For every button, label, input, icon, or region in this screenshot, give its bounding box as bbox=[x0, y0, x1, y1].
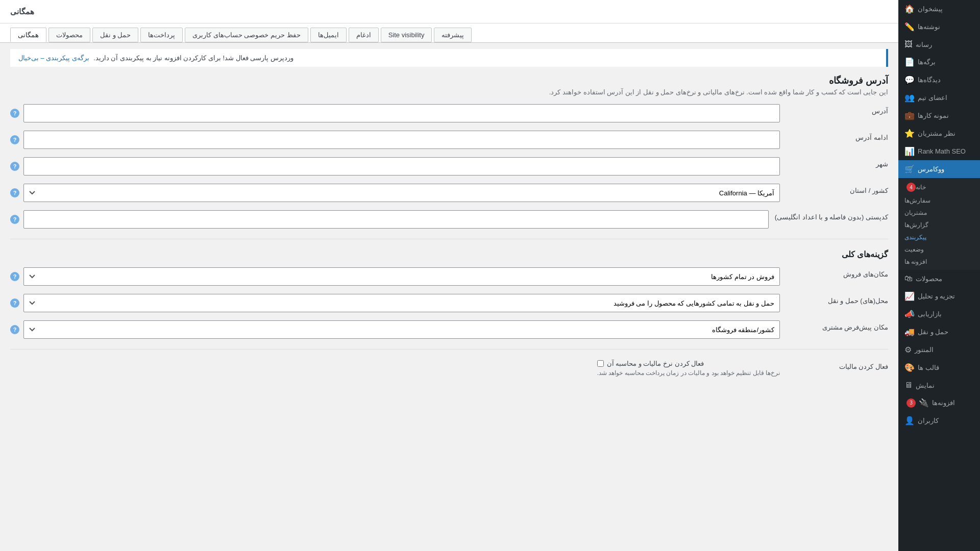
users-icon: 👤 bbox=[904, 416, 915, 425]
address1-help-icon[interactable]: ? bbox=[10, 109, 19, 118]
city-row: شهر ? bbox=[10, 157, 888, 176]
section-divider-1 bbox=[10, 239, 888, 239]
sidebar-item-display[interactable]: نمایش 🖥 bbox=[898, 377, 980, 394]
shipping-locations-help-icon[interactable]: ? bbox=[10, 298, 19, 308]
tab-visibility[interactable]: Site visibility bbox=[381, 28, 432, 42]
marketing-icon: 📣 bbox=[904, 309, 915, 319]
postcode-help-icon[interactable]: ? bbox=[10, 215, 19, 224]
sidebar-item-comments[interactable]: دیدگاه‌ها 💬 bbox=[898, 71, 980, 89]
default-customer-select[interactable]: کشور/منطقه فروشگاه bbox=[23, 320, 780, 339]
dashboard-icon: 🏠 bbox=[904, 4, 915, 14]
notice-link[interactable]: برگه‌ی پیکربندی – بی‌خیال bbox=[18, 54, 89, 62]
default-customer-help-icon[interactable]: ? bbox=[10, 325, 19, 334]
sell-locations-field-wrap: فروش در تمام کشورها ? bbox=[10, 267, 780, 286]
sidebar: پیشخوان 🏠 نوشته‌ها ✏️ رسانه 🖼 برگه‌ها 📄 … bbox=[898, 0, 980, 551]
team-icon: 👥 bbox=[904, 93, 915, 103]
plugins-badge: 3 bbox=[906, 398, 916, 408]
sidebar-sub-coupon[interactable]: پیکربندی bbox=[898, 231, 980, 243]
city-input[interactable] bbox=[23, 157, 780, 176]
tab-emails[interactable]: ایمیل‌ها bbox=[310, 28, 347, 42]
sidebar-item-dashboard[interactable]: پیشخوان 🏠 bbox=[898, 0, 980, 18]
sidebar-item-label: نوشته‌ها bbox=[918, 23, 940, 31]
tax-section: فعال کردن مالیات فعال کردن نرخ مالیات و … bbox=[10, 360, 888, 377]
sidebar-item-rankseo[interactable]: Rank Math SEO 📊 bbox=[898, 142, 980, 160]
tab-general[interactable]: همگانی bbox=[10, 28, 46, 42]
sidebar-item-plugins[interactable]: افزونه‌ها 🔌 3 bbox=[898, 394, 980, 412]
sell-locations-select[interactable]: فروش در تمام کشورها bbox=[23, 267, 780, 286]
postcode-input[interactable] bbox=[23, 210, 769, 229]
sidebar-item-samples[interactable]: نمونه کارها 💼 bbox=[898, 107, 980, 124]
sidebar-item-label: نمونه کارها bbox=[918, 112, 949, 119]
sidebar-item-label: قالب ها bbox=[918, 364, 939, 371]
country-select[interactable]: آمریکا — California bbox=[23, 184, 780, 202]
customers-icon: ⭐ bbox=[904, 129, 915, 138]
address2-label: ادامه آدرس bbox=[786, 131, 888, 141]
sidebar-item-pages[interactable]: برگه‌ها 📄 bbox=[898, 53, 980, 71]
sidebar-item-monitor[interactable]: المنتور ⚙ bbox=[898, 341, 980, 359]
sidebar-item-label: ووکامرس bbox=[918, 165, 944, 173]
address2-help-icon[interactable]: ? bbox=[10, 135, 19, 144]
posts-icon: ✏️ bbox=[904, 22, 915, 32]
tax-checkbox[interactable] bbox=[597, 360, 604, 367]
sidebar-item-analytics[interactable]: تجزیه و تحلیل 📈 bbox=[898, 287, 980, 305]
plugins-icon: 🔌 bbox=[919, 398, 929, 408]
sidebar-item-posts[interactable]: نوشته‌ها ✏️ bbox=[898, 18, 980, 36]
store-address-title: آدرس فروشگاه bbox=[10, 75, 888, 86]
store-address-section: آدرس فروشگاه این جایی است که کسب و کار ش… bbox=[10, 75, 888, 229]
sidebar-item-themes[interactable]: قالب ها 🎨 bbox=[898, 359, 980, 377]
default-customer-row: مکان پیش‌فرض مشتری کشور/منطقه فروشگاه ? bbox=[10, 320, 888, 339]
pages-icon: 📄 bbox=[904, 57, 915, 67]
shipping-locations-row: محل(های) حمل و نقل حمل و نقل به تمامی کش… bbox=[10, 294, 888, 312]
sell-locations-row: مکان‌های فروش فروش در تمام کشورها ? bbox=[10, 267, 888, 286]
sidebar-item-media[interactable]: رسانه 🖼 bbox=[898, 36, 980, 53]
sidebar-item-customers[interactable]: نظر مشتریان ⭐ bbox=[898, 124, 980, 142]
sidebar-sub-label: مشتریان bbox=[904, 209, 927, 216]
media-icon: 🖼 bbox=[904, 40, 913, 49]
shipping-locations-label: محل(های) حمل و نقل bbox=[786, 294, 888, 305]
woocommerce-submenu: خانه 4 سفارش‌ها مشتریان گزارش‌ها پیکربند… bbox=[898, 178, 980, 270]
sidebar-item-team[interactable]: اعضای تیم 👥 bbox=[898, 89, 980, 107]
country-help-icon[interactable]: ? bbox=[10, 188, 19, 197]
sidebar-sub-label: گزارش‌ها bbox=[904, 221, 928, 229]
tab-shipping[interactable]: حمل و نقل bbox=[92, 28, 138, 42]
sidebar-item-users[interactable]: کاربران 👤 bbox=[898, 412, 980, 430]
sidebar-sub-orders[interactable]: سفارش‌ها bbox=[898, 194, 980, 207]
tab-privacy[interactable]: حفظ حریم خصوصی حساب‌های کاربری bbox=[185, 28, 308, 42]
sidebar-item-label: حمل و نقل bbox=[918, 328, 948, 336]
sidebar-sub-label: پیکربندی bbox=[904, 234, 926, 241]
address2-input[interactable] bbox=[23, 131, 780, 149]
shipping-locations-select[interactable]: حمل و نقل به تمامی کشورهایی که محصول را … bbox=[23, 294, 780, 312]
analytics-icon: 📈 bbox=[904, 291, 915, 301]
sidebar-item-label: المنتور bbox=[915, 346, 934, 354]
sidebar-sub-status[interactable]: وضعیت bbox=[898, 243, 980, 256]
city-label: شهر bbox=[786, 157, 888, 168]
sidebar-sub-extensions[interactable]: افزونه ها bbox=[898, 256, 980, 268]
sidebar-sub-home[interactable]: خانه 4 bbox=[898, 180, 980, 194]
topbar-title: همگانی bbox=[10, 7, 34, 16]
tax-checkbox-label: فعال کردن نرخ مالیات و محاسبه آن bbox=[607, 360, 704, 367]
sidebar-sub-label: سفارش‌ها bbox=[904, 197, 930, 204]
city-help-icon[interactable]: ? bbox=[10, 162, 19, 171]
address1-input[interactable] bbox=[23, 104, 780, 122]
sidebar-sub-clients[interactable]: مشتریان bbox=[898, 207, 980, 219]
sidebar-item-label: Rank Math SEO bbox=[918, 147, 966, 155]
samples-icon: 💼 bbox=[904, 111, 915, 120]
display-icon: 🖥 bbox=[904, 381, 913, 390]
sidebar-item-label: کاربران bbox=[918, 417, 939, 424]
sidebar-item-marketing[interactable]: بازاریابی 📣 bbox=[898, 305, 980, 323]
sell-locations-label: مکان‌های فروش bbox=[786, 267, 888, 278]
sidebar-sub-label: افزونه ها bbox=[904, 258, 927, 265]
tab-integration[interactable]: ادغام bbox=[349, 28, 379, 42]
sell-locations-help-icon[interactable]: ? bbox=[10, 272, 19, 281]
tab-products[interactable]: محصولات bbox=[48, 28, 90, 42]
tab-advanced[interactable]: پیشرفته bbox=[434, 28, 472, 42]
comments-icon: 💬 bbox=[904, 75, 915, 85]
notice-bar: وردپرس پارسی فعال شد! برای کارکردن افزون… bbox=[10, 49, 888, 67]
tab-payments[interactable]: پرداخت‌ها bbox=[140, 28, 183, 42]
sidebar-item-products[interactable]: محصولات 🛍 bbox=[898, 270, 980, 287]
sidebar-item-woocommerce[interactable]: ووکامرس 🛒 bbox=[898, 160, 980, 178]
sidebar-item-shipping[interactable]: حمل و نقل 🚚 bbox=[898, 323, 980, 341]
address2-field-wrap: ? bbox=[10, 131, 780, 149]
sidebar-sub-reports[interactable]: گزارش‌ها bbox=[898, 219, 980, 231]
store-address-desc: این جایی است که کسب و کار شما واقع شده ا… bbox=[10, 88, 888, 96]
